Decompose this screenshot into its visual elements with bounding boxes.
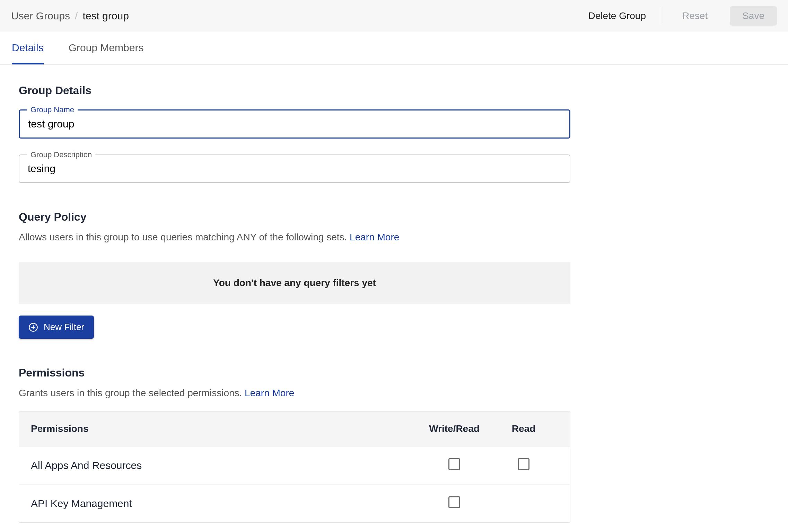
permissions-subtext: Grants users in this group the selected … [19,388,570,399]
new-filter-label: New Filter [44,322,84,332]
reset-button: Reset [670,6,720,26]
tab-group-members[interactable]: Group Members [69,32,144,64]
content: Group Details Group Name Group Descripti… [0,65,589,532]
permissions-table-header: Permissions Write/Read Read [19,411,570,446]
query-policy-heading: Query Policy [19,211,570,223]
group-details-heading: Group Details [19,84,570,97]
permissions-col-read: Read [489,423,558,434]
new-filter-button[interactable]: New Filter [19,316,94,339]
group-description-field-wrap: Group Description [19,154,570,183]
permission-label: All Apps And Resources [31,460,420,471]
breadcrumb: User Groups / test group [11,10,129,22]
top-bar: User Groups / test group Delete Group Re… [0,0,788,32]
group-name-input[interactable] [19,109,570,139]
breadcrumb-separator: / [75,10,78,22]
permissions-section: Permissions Grants users in this group t… [19,366,570,523]
query-policy-subtext-text: Allows users in this group to use querie… [19,232,350,242]
query-policy-subtext: Allows users in this group to use querie… [19,232,570,243]
table-row: API Key Management [19,485,570,522]
permission-label: API Key Management [31,498,420,509]
group-description-input[interactable] [19,154,570,183]
checkbox-read[interactable] [518,458,529,470]
divider [660,8,660,24]
query-policy-section: Query Policy Allows users in this group … [19,211,570,339]
permissions-heading: Permissions [19,366,570,379]
group-name-field-wrap: Group Name [19,109,570,139]
permissions-subtext-text: Grants users in this group the selected … [19,388,245,398]
breadcrumb-current: test group [82,10,129,22]
table-row: All Apps And Resources [19,446,570,485]
save-button: Save [730,6,777,26]
permissions-learn-more-link[interactable]: Learn More [245,388,294,398]
plus-circle-icon [28,322,38,332]
checkbox-writeread[interactable] [448,496,460,508]
top-actions: Delete Group Reset Save [574,6,777,26]
tabs: Details Group Members [0,32,788,65]
query-filters-empty-banner: You don't have any query filters yet [19,262,570,304]
delete-group-button[interactable]: Delete Group [574,6,660,26]
permissions-table: Permissions Write/Read Read All Apps And… [19,411,570,523]
checkbox-writeread[interactable] [448,458,460,470]
group-name-label: Group Name [27,105,78,114]
permissions-col-writeread: Write/Read [420,423,489,434]
permissions-col-label: Permissions [31,423,420,434]
breadcrumb-root[interactable]: User Groups [11,10,70,22]
tab-details[interactable]: Details [12,32,44,64]
group-description-label: Group Description [27,150,95,159]
query-policy-learn-more-link[interactable]: Learn More [350,232,399,242]
